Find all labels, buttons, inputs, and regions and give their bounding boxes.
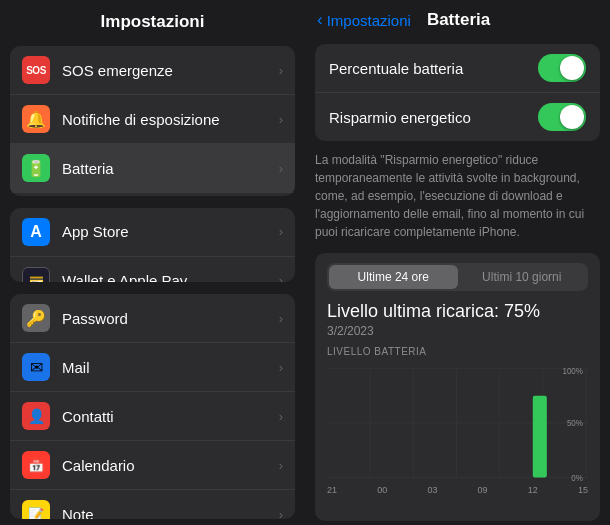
back-label: Impostazioni bbox=[327, 12, 411, 29]
charge-level: Livello ultima ricarica: 75% bbox=[327, 301, 588, 322]
chevron-icon: › bbox=[279, 507, 283, 519]
sidebar-item-password[interactable]: 🔑 Password › bbox=[10, 294, 295, 343]
sidebar-item-appstore[interactable]: A App Store › bbox=[10, 208, 295, 257]
left-header: Impostazioni bbox=[0, 0, 305, 40]
svg-text:0%: 0% bbox=[571, 472, 583, 482]
sidebar-item-privacy[interactable]: ✋ Privacy e sicurezza › bbox=[10, 193, 295, 196]
svg-text:50%: 50% bbox=[567, 418, 584, 428]
right-panel: ‹ Impostazioni Batteria Percentuale batt… bbox=[305, 0, 610, 525]
sidebar-item-sos[interactable]: SOS SOS emergenze › bbox=[10, 46, 295, 95]
sidebar-item-calendar[interactable]: 📅 Calendario › bbox=[10, 441, 295, 490]
sidebar-item-wallet[interactable]: 💳 Wallet e Apple Pay › bbox=[10, 257, 295, 282]
x-label-12: 12 bbox=[528, 485, 538, 495]
appstore-label: App Store bbox=[62, 223, 279, 240]
chevron-icon: › bbox=[279, 273, 283, 282]
appstore-icon: A bbox=[22, 218, 50, 246]
chevron-icon: › bbox=[279, 63, 283, 78]
notes-label: Note bbox=[62, 506, 279, 519]
x-label-00: 00 bbox=[377, 485, 387, 495]
sos-label: SOS emergenze bbox=[62, 62, 279, 79]
settings-group-1: SOS SOS emergenze › 🔔 Notifiche di espos… bbox=[10, 46, 295, 196]
percentage-toggle[interactable] bbox=[538, 54, 586, 82]
x-label-15: 15 bbox=[578, 485, 588, 495]
sidebar-item-battery[interactable]: 🔋 Batteria › bbox=[10, 144, 295, 193]
notifications-label: Notifiche di esposizione bbox=[62, 111, 279, 128]
svg-text:100%: 100% bbox=[562, 366, 583, 376]
svg-rect-9 bbox=[533, 396, 547, 478]
sidebar-item-notes[interactable]: 📝 Note › bbox=[10, 490, 295, 519]
saving-toggle[interactable] bbox=[538, 103, 586, 131]
x-label-09: 09 bbox=[478, 485, 488, 495]
mail-icon: ✉ bbox=[22, 353, 50, 381]
contacts-label: Contatti bbox=[62, 408, 279, 425]
chevron-icon: › bbox=[279, 112, 283, 127]
back-button[interactable]: ‹ Impostazioni bbox=[317, 10, 411, 30]
battery-chart-container: Ultime 24 ore Ultimi 10 giorni Livello u… bbox=[315, 253, 600, 521]
battery-title: Batteria bbox=[427, 10, 490, 30]
left-title: Impostazioni bbox=[101, 12, 205, 31]
settings-group-3: 🔑 Password › ✉ Mail › 👤 Contatti › 📅 Cal… bbox=[10, 294, 295, 519]
battery-icon: 🔋 bbox=[22, 154, 50, 182]
sos-icon: SOS bbox=[22, 56, 50, 84]
notifications-icon: 🔔 bbox=[22, 105, 50, 133]
sidebar-item-notifications[interactable]: 🔔 Notifiche di esposizione › bbox=[10, 95, 295, 144]
contacts-icon: 👤 bbox=[22, 402, 50, 430]
chart-x-labels: 21 00 03 09 12 15 bbox=[327, 485, 588, 495]
x-label-03: 03 bbox=[427, 485, 437, 495]
chart-tabs: Ultime 24 ore Ultimi 10 giorni bbox=[327, 263, 588, 291]
chevron-icon: › bbox=[279, 409, 283, 424]
left-panel: Impostazioni SOS SOS emergenze › 🔔 Notif… bbox=[0, 0, 305, 525]
back-chevron-icon: ‹ bbox=[317, 10, 323, 30]
chevron-icon: › bbox=[279, 311, 283, 326]
sidebar-item-mail[interactable]: ✉ Mail › bbox=[10, 343, 295, 392]
percentage-toggle-item: Percentuale batteria bbox=[315, 44, 600, 93]
charge-date: 3/2/2023 bbox=[327, 324, 588, 338]
battery-label: Batteria bbox=[62, 160, 279, 177]
mail-label: Mail bbox=[62, 359, 279, 376]
chevron-icon: › bbox=[279, 161, 283, 176]
saving-info-text: La modalità "Risparmio energetico" riduc… bbox=[315, 151, 600, 241]
calendar-icon: 📅 bbox=[22, 451, 50, 479]
settings-group-2: A App Store › 💳 Wallet e Apple Pay › bbox=[10, 208, 295, 282]
key-icon: 🔑 bbox=[22, 304, 50, 332]
battery-level-label: LIVELLO BATTERIA bbox=[327, 346, 588, 357]
tab-10d[interactable]: Ultimi 10 giorni bbox=[458, 265, 587, 289]
sidebar-item-contacts[interactable]: 👤 Contatti › bbox=[10, 392, 295, 441]
wallet-icon: 💳 bbox=[22, 267, 50, 282]
saving-toggle-item: Risparmio energetico bbox=[315, 93, 600, 141]
battery-chart: 100% 50% 0% bbox=[327, 363, 588, 483]
wallet-label: Wallet e Apple Pay bbox=[62, 272, 279, 282]
calendar-label: Calendario bbox=[62, 457, 279, 474]
battery-header: ‹ Impostazioni Batteria bbox=[305, 0, 610, 38]
password-label: Password bbox=[62, 310, 279, 327]
chart-svg: 100% 50% 0% bbox=[327, 363, 588, 483]
chevron-icon: › bbox=[279, 360, 283, 375]
percentage-label: Percentuale batteria bbox=[329, 60, 538, 77]
battery-toggles-group: Percentuale batteria Risparmio energetic… bbox=[315, 44, 600, 141]
chevron-icon: › bbox=[279, 224, 283, 239]
saving-label: Risparmio energetico bbox=[329, 109, 538, 126]
x-label-21: 21 bbox=[327, 485, 337, 495]
notes-icon: 📝 bbox=[22, 500, 50, 519]
tab-24h[interactable]: Ultime 24 ore bbox=[329, 265, 458, 289]
chevron-icon: › bbox=[279, 458, 283, 473]
